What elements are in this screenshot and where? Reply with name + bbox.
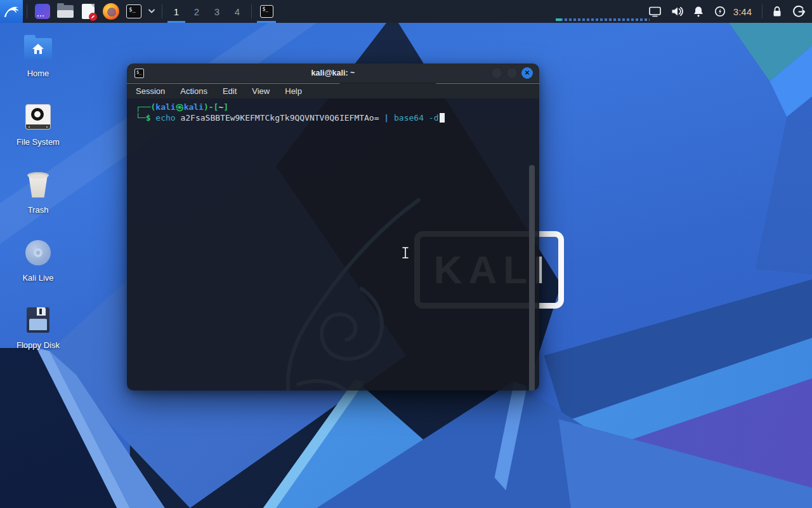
app-window-icon xyxy=(35,4,50,19)
close-button[interactable]: ✕ xyxy=(521,67,533,79)
desktop-icon-trash[interactable]: Trash xyxy=(3,170,73,215)
panel-separator xyxy=(762,4,763,18)
prompt-frame: )-[ xyxy=(204,102,218,112)
menu-edit[interactable]: Edit xyxy=(223,86,237,96)
chevron-down-icon[interactable] xyxy=(148,9,155,14)
window-title: kali@kali: ~ xyxy=(127,69,539,77)
workspace-1[interactable]: 1 xyxy=(166,0,187,23)
command-flag: -d xyxy=(429,113,439,123)
workspace-2[interactable]: 2 xyxy=(187,0,207,23)
hard-drive-icon xyxy=(23,102,53,132)
folder-front xyxy=(57,10,74,18)
panel-separator xyxy=(162,4,162,18)
launcher-text-editor[interactable] xyxy=(79,2,98,21)
terminal-menubar: Session Actions Edit View Help xyxy=(127,84,539,98)
folder-icon xyxy=(57,5,74,18)
desktop-screen: KALI Home File System Trash xyxy=(0,0,812,508)
maximize-button[interactable] xyxy=(506,67,518,79)
desktop-icon-label: Kali Live xyxy=(22,273,53,283)
prompt-line-1: ┌──(kali㉿kali)-[~] xyxy=(136,102,530,112)
menu-actions[interactable]: Actions xyxy=(180,86,207,96)
lock-screen-button[interactable] xyxy=(766,0,788,23)
text-cursor-pointer xyxy=(401,246,410,259)
kali-logo-icon xyxy=(3,3,20,20)
scrollbar-thumb[interactable] xyxy=(529,165,535,391)
page-fold xyxy=(91,4,95,8)
floppy-icon xyxy=(23,305,53,335)
command-base64: base64 xyxy=(394,113,424,123)
drive-led xyxy=(29,126,30,128)
home-icon xyxy=(32,43,44,55)
terminal-window: $_ kali@kali: ~ ✕ Session Actions Edit V… xyxy=(127,64,539,391)
panel-clock[interactable]: 3:44 xyxy=(731,6,758,17)
floppy-label-area xyxy=(29,319,47,330)
command-echo: echo xyxy=(155,113,175,123)
bell-icon xyxy=(692,5,705,18)
prompt-host: kali xyxy=(184,102,204,112)
desktop-icon-home[interactable]: Home xyxy=(3,33,73,78)
pencil-icon xyxy=(91,15,95,19)
desktop-icon-label: Home xyxy=(27,69,49,78)
desktop-icon-label: Floppy Disk xyxy=(16,340,60,350)
launcher-app[interactable] xyxy=(33,2,52,21)
app-dots xyxy=(37,15,45,17)
launcher-terminal[interactable]: $_ xyxy=(124,2,143,21)
terminal-body[interactable]: ┌──(kali㉿kali)-[~] └─$ echo a2FsaSBBTEw9… xyxy=(127,98,539,391)
workspace-number: 3 xyxy=(214,6,219,17)
document-icon xyxy=(82,4,95,19)
edit-badge xyxy=(89,13,97,21)
home-folder-icon xyxy=(23,33,53,64)
terminal-icon: $_ xyxy=(260,5,273,18)
minimize-button[interactable] xyxy=(491,67,502,79)
clipped-text-artifact xyxy=(556,18,650,21)
lock-icon xyxy=(771,5,783,18)
desktop-icon-label: File System xyxy=(16,137,60,147)
workspace-number: 4 xyxy=(235,6,240,17)
disc-icon xyxy=(23,237,53,268)
trash-rim xyxy=(27,172,49,178)
workspace-3[interactable]: 3 xyxy=(207,0,227,23)
drive-ring xyxy=(31,108,44,121)
speaker-icon xyxy=(671,5,683,18)
workspace-4[interactable]: 4 xyxy=(227,0,247,23)
prompt-line-2: └─$ echo a2FsaSBBTEw9KEFMTCkgTk9QQVNTV0Q… xyxy=(136,112,530,123)
top-panel: $_ 1 2 3 4 $_ xyxy=(0,0,812,23)
firefox-icon xyxy=(103,3,119,20)
disc-center xyxy=(36,251,40,255)
volume-indicator[interactable] xyxy=(666,0,688,23)
workspace-number: 1 xyxy=(174,6,179,17)
desktop-icon-floppy-disk[interactable]: Floppy Disk xyxy=(3,305,73,350)
terminal-icon: $_ xyxy=(134,69,144,78)
notifications-indicator[interactable] xyxy=(688,0,709,23)
drive-led xyxy=(46,126,48,128)
prompt-frame: ┌──( xyxy=(136,102,155,112)
logout-button[interactable] xyxy=(788,0,809,23)
workspace-number: 2 xyxy=(194,6,199,17)
menu-session[interactable]: Session xyxy=(136,86,165,96)
terminal-titlebar[interactable]: $_ kali@kali: ~ ✕ xyxy=(127,64,539,83)
update-icon xyxy=(714,5,726,18)
desktop-icon-kali-live[interactable]: Kali Live xyxy=(3,237,73,283)
prompt-user: kali xyxy=(155,102,175,112)
prompt-frame: ] xyxy=(223,102,228,112)
kali-dragon-watermark xyxy=(260,194,431,391)
pipe-operator: | xyxy=(384,113,389,123)
updates-indicator[interactable] xyxy=(709,0,731,23)
command-argument: a2FsaSBBTEw9KEFMTCkgTk9QQVNTV0Q6IEFMTAo= xyxy=(180,113,379,123)
trash-icon xyxy=(23,170,53,200)
launcher-firefox[interactable] xyxy=(102,2,121,21)
terminal-cursor xyxy=(440,113,445,123)
floppy-notch xyxy=(39,309,42,314)
panel-separator xyxy=(27,4,27,18)
prompt-frame: └─$ xyxy=(136,113,150,123)
applications-menu-button[interactable] xyxy=(0,0,23,23)
system-tray: 3:44 xyxy=(645,0,812,23)
menu-view[interactable]: View xyxy=(252,86,270,96)
prompt-at-symbol: ㉿ xyxy=(176,102,184,112)
panel-separator xyxy=(251,4,252,18)
desktop-icon-file-system[interactable]: File System xyxy=(3,102,73,147)
menu-help[interactable]: Help xyxy=(285,86,302,96)
launcher-file-manager[interactable] xyxy=(56,2,75,21)
taskbar-window-terminal[interactable]: $_ xyxy=(256,0,277,23)
display-icon xyxy=(648,5,662,18)
